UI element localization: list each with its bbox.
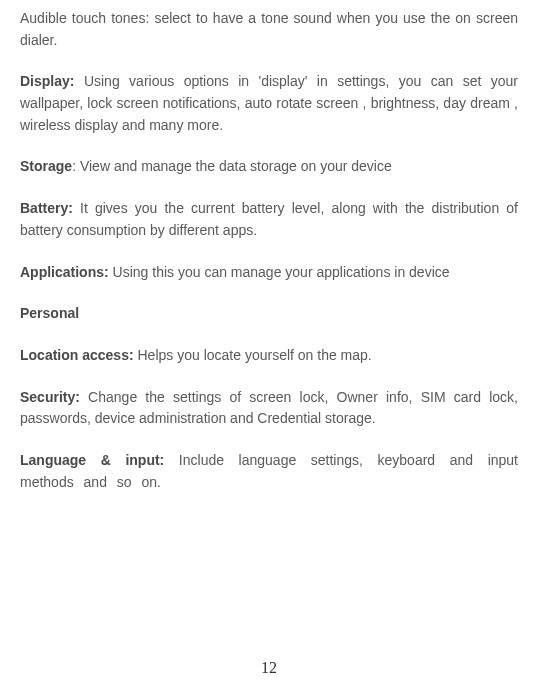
language-lead: Language & input:: [20, 452, 164, 468]
battery-text: It gives you the current battery level, …: [20, 200, 518, 238]
storage-lead: Storage: [20, 158, 72, 174]
applications-lead: Applications:: [20, 264, 109, 280]
applications-paragraph: Applications: Using this you can manage …: [20, 262, 518, 284]
display-lead: Display:: [20, 73, 74, 89]
language-paragraph: Language & input: Include language setti…: [20, 450, 518, 493]
location-paragraph: Location access: Helps you locate yourse…: [20, 345, 518, 367]
personal-heading: Personal: [20, 303, 518, 325]
location-lead: Location access:: [20, 347, 134, 363]
applications-text: Using this you can manage your applicati…: [109, 264, 450, 280]
security-lead: Security:: [20, 389, 80, 405]
display-text: Using various options in 'display' in se…: [20, 73, 518, 132]
location-text: Helps you locate yourself on the map.: [134, 347, 372, 363]
audible-touch-paragraph: Audible touch tones: select to have a to…: [20, 8, 518, 51]
storage-paragraph: Storage: View and manage the data storag…: [20, 156, 518, 178]
page-number: 12: [0, 656, 538, 681]
battery-lead: Battery:: [20, 200, 73, 216]
storage-text: : View and manage the data storage on yo…: [72, 158, 392, 174]
display-paragraph: Display: Using various options in 'displ…: [20, 71, 518, 136]
battery-paragraph: Battery: It gives you the current batter…: [20, 198, 518, 241]
security-text: Change the settings of screen lock, Owne…: [20, 389, 518, 427]
security-paragraph: Security: Change the settings of screen …: [20, 387, 518, 430]
